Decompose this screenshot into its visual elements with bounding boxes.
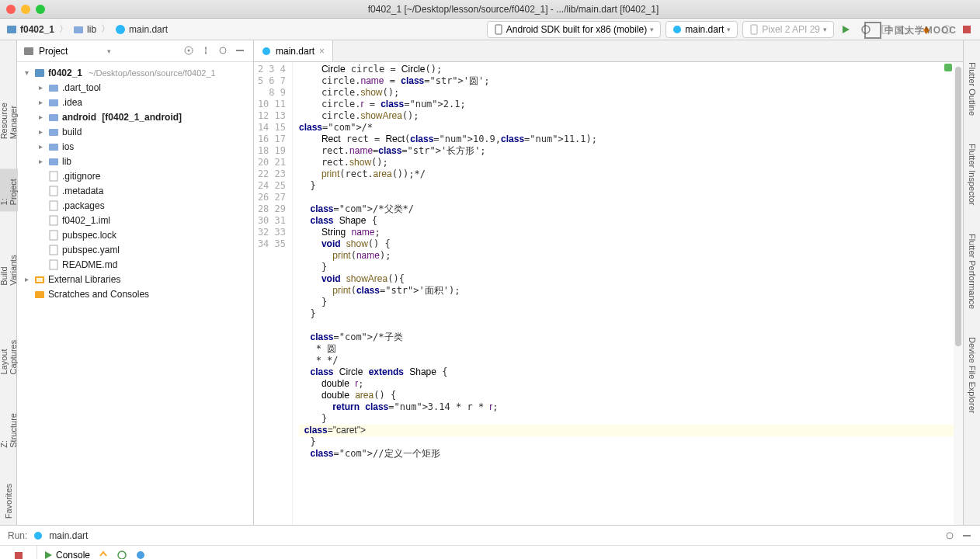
- tree-item[interactable]: ▸ios: [17, 139, 253, 154]
- svg-rect-30: [50, 231, 57, 240]
- rerun-button[interactable]: [12, 549, 26, 559]
- tree-item[interactable]: pubspec.lock: [17, 227, 253, 242]
- scroll-thumb[interactable]: [955, 67, 961, 346]
- svg-point-2: [116, 25, 125, 34]
- attach-button[interactable]: [940, 23, 954, 36]
- tree-item[interactable]: ▸.dart_tool: [17, 80, 253, 95]
- tree-item[interactable]: .gitignore: [17, 168, 253, 183]
- tree-item[interactable]: ▸.idea: [17, 95, 253, 109]
- dart-icon: [672, 25, 682, 34]
- dart-file-icon: [115, 24, 126, 35]
- gear-icon[interactable]: [217, 45, 230, 57]
- code-area[interactable]: Circle circle = Circle(); circle.name = …: [293, 62, 963, 525]
- coverage-button[interactable]: [879, 23, 893, 36]
- svg-rect-34: [36, 278, 43, 282]
- hot-reload-icon[interactable]: [98, 550, 109, 560]
- devtools-icon[interactable]: [135, 550, 146, 560]
- debug-button[interactable]: [859, 23, 873, 36]
- stop-button[interactable]: [960, 23, 974, 36]
- editor-tab-main[interactable]: main.dart ×: [254, 40, 333, 61]
- divide-icon[interactable]: [200, 45, 213, 57]
- line-numbers: 2 3 4 5 6 7 8 9 10 11 12 13 14 15 16 17 …: [254, 62, 293, 525]
- breadcrumb-file[interactable]: main.dart: [129, 24, 168, 35]
- run-toolbar: [0, 546, 37, 559]
- svg-point-16: [205, 52, 207, 54]
- build-variants-tab[interactable]: Build Variants: [0, 235, 18, 292]
- avd-selector[interactable]: Pixel 2 API 29 ▾: [742, 21, 834, 38]
- vertical-scrollbar[interactable]: [954, 62, 963, 525]
- device-selector[interactable]: Android SDK built for x86 (mobile) ▾: [487, 21, 661, 38]
- gear-icon[interactable]: [944, 530, 955, 541]
- flutter-performance-tab[interactable]: Flutter Performance: [968, 227, 977, 315]
- tree-item[interactable]: pubspec.yaml: [17, 242, 253, 257]
- favorites-tab[interactable]: Favorites: [4, 477, 13, 525]
- layout-captures-tab[interactable]: Layout Captures: [0, 315, 18, 380]
- project-panel-title[interactable]: Project: [39, 46, 103, 57]
- hot-reload-button[interactable]: [919, 23, 933, 36]
- run-config-label: main.dart: [685, 24, 724, 35]
- titlebar: f0402_1 [~/Desktop/lesson/source/f0402_1…: [0, 0, 980, 19]
- tree-item[interactable]: Scratches and Consoles: [17, 286, 253, 301]
- svg-rect-19: [35, 69, 44, 77]
- tree-item[interactable]: .packages: [17, 198, 253, 213]
- structure-tab[interactable]: Z: Structure: [0, 404, 18, 454]
- console-tab[interactable]: Console: [43, 550, 90, 560]
- tree-item[interactable]: .metadata: [17, 183, 253, 198]
- traffic-lights: [6, 5, 45, 14]
- svg-rect-20: [49, 85, 58, 92]
- breadcrumb-project[interactable]: f0402_1: [20, 24, 54, 35]
- svg-point-36: [262, 47, 270, 55]
- project-tab[interactable]: 1: Project: [0, 168, 18, 211]
- svg-point-4: [673, 26, 681, 33]
- project-tree[interactable]: ▾f0402_1~/Desktop/lesson/source/f0402_1▸…: [17, 62, 253, 525]
- run-config-selector[interactable]: main.dart ▾: [665, 21, 738, 38]
- profile-button[interactable]: [899, 23, 913, 36]
- tree-item[interactable]: ▸lib: [17, 154, 253, 168]
- svg-point-38: [947, 533, 953, 539]
- flutter-outline-tab[interactable]: Flutter Outline: [968, 56, 977, 122]
- play-icon: [43, 550, 53, 560]
- svg-marker-43: [45, 551, 52, 559]
- project-tool-window: Project ▾ ▾f0402_1~/Desktop/lesson/sourc…: [17, 40, 254, 525]
- phone-icon: [494, 24, 503, 35]
- svg-rect-40: [15, 552, 23, 559]
- svg-rect-23: [49, 129, 58, 136]
- right-tool-strip: Flutter Outline Flutter Inspector Flutte…: [963, 40, 980, 525]
- svg-rect-24: [49, 144, 58, 151]
- tree-item[interactable]: ▸build: [17, 124, 253, 139]
- hide-icon[interactable]: [961, 530, 972, 541]
- flutter-inspector-tab[interactable]: Flutter Inspector: [968, 137, 977, 211]
- resource-manager-tab[interactable]: Resource Manager: [0, 71, 18, 145]
- tree-item[interactable]: README.md: [17, 257, 253, 272]
- run-config-name[interactable]: main.dart: [49, 530, 88, 541]
- svg-rect-11: [24, 47, 33, 55]
- breadcrumb-folder[interactable]: lib: [87, 24, 96, 35]
- hide-icon[interactable]: [235, 45, 247, 57]
- svg-rect-31: [50, 245, 57, 255]
- svg-rect-35: [35, 291, 44, 298]
- svg-rect-21: [49, 99, 58, 106]
- run-tool-window: Run: main.dart Console I/flutter ( 9980)…: [0, 525, 980, 559]
- target-icon[interactable]: [183, 45, 196, 57]
- tree-item[interactable]: ▸External Libraries: [17, 272, 253, 286]
- zoom-window[interactable]: [36, 5, 45, 14]
- svg-rect-1: [74, 26, 83, 33]
- breadcrumb: f0402_1 〉 lib 〉 main.dart: [6, 23, 168, 36]
- minimize-window[interactable]: [21, 5, 30, 14]
- left-tool-strip: Resource Manager 1: Project Build Varian…: [0, 40, 17, 525]
- close-window[interactable]: [6, 5, 16, 14]
- close-tab-icon[interactable]: ×: [319, 46, 325, 57]
- tree-item[interactable]: f0402_1.iml: [17, 213, 253, 227]
- window-title: f0402_1 [~/Desktop/lesson/source/f0402_1…: [53, 4, 974, 15]
- svg-point-7: [862, 26, 870, 33]
- tree-item[interactable]: ▸android [f0402_1_android]: [17, 109, 253, 124]
- device-file-explorer-tab[interactable]: Device File Explorer: [968, 331, 977, 419]
- project-view-icon: [23, 46, 34, 57]
- svg-rect-3: [495, 25, 502, 34]
- tree-item[interactable]: ▾f0402_1~/Desktop/lesson/source/f0402_1: [17, 65, 253, 80]
- restart-icon[interactable]: [116, 550, 127, 560]
- run-button[interactable]: [839, 23, 853, 36]
- dart-file-icon: [262, 47, 271, 56]
- svg-rect-26: [50, 172, 57, 181]
- svg-point-17: [220, 47, 226, 54]
